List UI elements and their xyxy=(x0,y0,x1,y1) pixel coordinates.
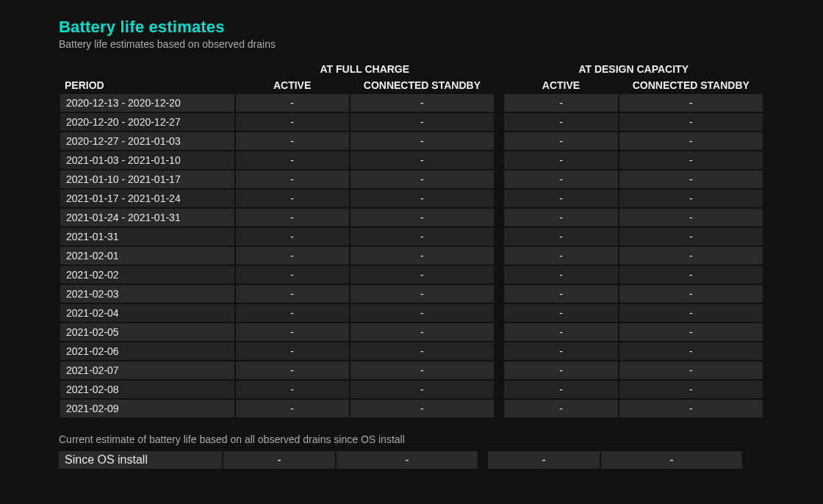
cell-period: 2021-02-08 xyxy=(60,381,234,398)
cell-dc-active: - xyxy=(504,151,617,169)
cell-dc-standby: - xyxy=(619,266,763,284)
table-row: 2021-02-01---- xyxy=(60,247,763,264)
battery-report-page: Battery life estimates Battery life esti… xyxy=(0,0,823,483)
cell-dc-active: - xyxy=(504,323,617,341)
cell-gap xyxy=(495,170,503,188)
table-row: 2021-02-06---- xyxy=(60,342,763,360)
cell-dc-standby: - xyxy=(619,247,763,264)
cell-fc-active: - xyxy=(236,266,349,284)
table-row: 2020-12-13 - 2020-12-20---- xyxy=(60,94,763,112)
table-row: 2021-01-31---- xyxy=(60,228,763,245)
header-gap2 xyxy=(495,78,503,93)
cell-gap xyxy=(495,190,503,207)
header-design-capacity: AT DESIGN CAPACITY xyxy=(504,62,763,76)
cell-dc-standby: - xyxy=(619,113,763,131)
section-title: Battery life estimates xyxy=(59,18,764,37)
header-dc-active: ACTIVE xyxy=(504,78,617,93)
table-row: 2021-01-10 - 2021-01-17---- xyxy=(60,170,763,188)
cell-gap xyxy=(495,342,503,360)
cell-gap xyxy=(495,151,503,169)
cell-fc-active: - xyxy=(236,285,349,303)
cell-period: 2021-02-07 xyxy=(60,361,234,379)
header-dc-standby: CONNECTED STANDBY xyxy=(619,78,763,93)
cell-dc-standby: - xyxy=(619,323,763,341)
table-row: 2021-02-07---- xyxy=(60,361,763,379)
table-row: 2020-12-27 - 2021-01-03---- xyxy=(60,132,763,150)
table-row: 2021-01-03 - 2021-01-10---- xyxy=(60,151,763,169)
cell-period: 2021-01-03 - 2021-01-10 xyxy=(60,151,234,169)
cell-gap xyxy=(495,361,503,379)
cell-fc-standby: - xyxy=(351,381,494,398)
cell-fc-standby: - xyxy=(351,94,494,112)
header-blank xyxy=(60,62,234,76)
cell-dc-standby: - xyxy=(619,209,763,226)
cell-fc-active: - xyxy=(236,361,349,379)
header-full-charge: AT FULL CHARGE xyxy=(236,62,495,76)
table-row: 2021-02-02---- xyxy=(60,266,763,284)
cell-fc-standby: - xyxy=(351,361,494,379)
cell-fc-active: - xyxy=(236,304,349,322)
cell-dc-standby: - xyxy=(619,381,763,398)
cell-fc-active: - xyxy=(236,170,349,188)
cell-fc-active: - xyxy=(236,228,349,245)
since-install-fc-standby: - xyxy=(337,451,478,469)
table-row: 2021-01-17 - 2021-01-24---- xyxy=(60,190,763,207)
cell-fc-standby: - xyxy=(351,342,494,360)
cell-period: 2020-12-13 - 2020-12-20 xyxy=(60,94,234,112)
cell-dc-active: - xyxy=(504,190,617,207)
cell-dc-active: - xyxy=(504,400,617,417)
cell-dc-standby: - xyxy=(619,94,763,112)
cell-fc-standby: - xyxy=(351,323,494,341)
cell-fc-active: - xyxy=(236,400,349,417)
cell-fc-active: - xyxy=(236,342,349,360)
cell-period: 2021-01-31 xyxy=(60,228,234,245)
cell-period: 2021-02-02 xyxy=(60,266,234,284)
cell-period: 2021-02-05 xyxy=(60,323,234,341)
cell-fc-standby: - xyxy=(351,285,494,303)
cell-dc-standby: - xyxy=(619,361,763,379)
cell-gap xyxy=(495,381,503,398)
table-row: 2021-02-09---- xyxy=(60,400,763,417)
cell-gap xyxy=(495,323,503,341)
cell-gap xyxy=(495,132,503,150)
cell-dc-standby: - xyxy=(619,190,763,207)
table-row: 2021-02-04---- xyxy=(60,304,763,322)
section-subtitle: Battery life estimates based on observed… xyxy=(59,38,764,50)
cell-period: 2021-02-03 xyxy=(60,285,234,303)
cell-dc-standby: - xyxy=(619,132,763,150)
cell-dc-active: - xyxy=(504,170,617,188)
cell-fc-active: - xyxy=(236,151,349,169)
header-period: PERIOD xyxy=(60,78,234,93)
cell-fc-active: - xyxy=(236,323,349,341)
cell-gap xyxy=(495,228,503,245)
cell-dc-active: - xyxy=(504,228,617,245)
table-row: 2021-02-08---- xyxy=(60,381,763,398)
cell-fc-standby: - xyxy=(351,170,494,188)
cell-dc-standby: - xyxy=(619,228,763,245)
cell-fc-standby: - xyxy=(351,209,494,226)
cell-fc-standby: - xyxy=(351,151,494,169)
cell-fc-active: - xyxy=(236,209,349,226)
cell-dc-active: - xyxy=(504,266,617,284)
cell-gap xyxy=(495,209,503,226)
cell-period: 2020-12-20 - 2020-12-27 xyxy=(60,113,234,131)
cell-fc-active: - xyxy=(236,381,349,398)
cell-fc-standby: - xyxy=(351,113,494,131)
cell-gap xyxy=(495,285,503,303)
cell-dc-standby: - xyxy=(619,304,763,322)
table-row: 2021-02-03---- xyxy=(60,285,763,303)
since-install-dc-active: - xyxy=(488,451,600,469)
cell-gap xyxy=(495,266,503,284)
table-row: 2020-12-20 - 2020-12-27---- xyxy=(60,113,763,131)
since-install-label: Since OS install xyxy=(59,451,222,469)
cell-dc-active: - xyxy=(504,342,617,360)
cell-dc-active: - xyxy=(504,94,617,112)
cell-fc-standby: - xyxy=(351,132,494,150)
cell-dc-standby: - xyxy=(619,342,763,360)
cell-dc-active: - xyxy=(504,304,617,322)
cell-fc-standby: - xyxy=(351,190,494,207)
since-install-row: Since OS install - - - - xyxy=(59,451,764,469)
cell-fc-standby: - xyxy=(351,266,494,284)
cell-gap xyxy=(495,94,503,112)
since-install-dc-standby: - xyxy=(601,451,742,469)
